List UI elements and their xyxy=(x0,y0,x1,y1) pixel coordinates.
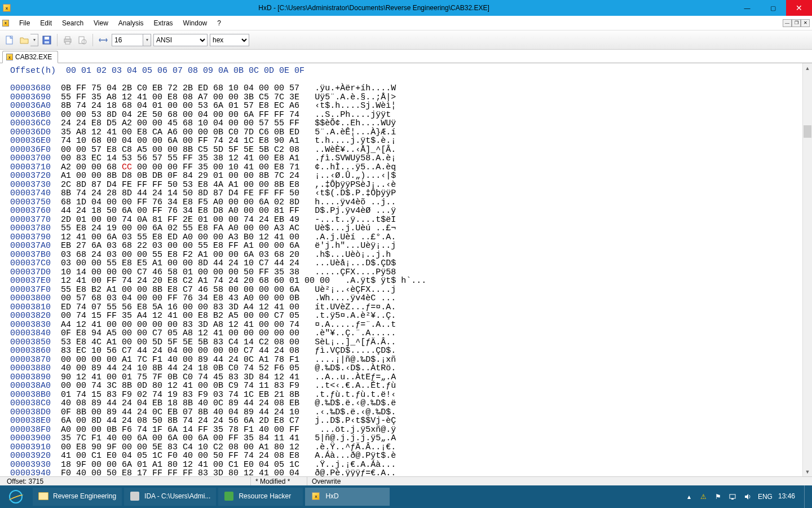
tray-warning-icon[interactable]: ⚠ xyxy=(699,492,708,501)
new-file-button[interactable] xyxy=(3,34,16,46)
taskbar-reverse[interactable]: Reverse Engineering xyxy=(33,488,122,506)
svg-rect-3 xyxy=(45,41,49,43)
toolbar: ▾ ▾ ANSI hex xyxy=(0,30,812,50)
ie-icon xyxy=(9,490,23,503)
tray-flag-icon[interactable]: ⚑ xyxy=(714,492,723,501)
menu-extras[interactable]: Extras xyxy=(149,17,178,29)
svg-rect-5 xyxy=(65,37,70,39)
window-title: HxD - [C:\Users\Administrator\Documents\… xyxy=(14,4,734,12)
mdi-restore-button[interactable]: ❐ xyxy=(792,19,801,27)
scroll-up-button[interactable]: ▲ xyxy=(803,63,812,73)
charset-select[interactable]: ANSI xyxy=(153,34,208,46)
menu-view[interactable]: View xyxy=(89,17,113,29)
menu-search[interactable]: Search xyxy=(58,17,88,29)
print-button[interactable] xyxy=(61,34,74,46)
menu-window[interactable]: Window xyxy=(179,17,212,29)
bytes-per-row-input[interactable] xyxy=(112,34,143,46)
file-icon: x xyxy=(6,54,13,60)
taskbar-resource[interactable]: Resource Hacker xyxy=(218,488,303,506)
document-tabs: x CAB32.EXE xyxy=(0,50,812,63)
vertical-scrollbar[interactable]: ▲ ▼ xyxy=(802,63,812,476)
numbase-select[interactable]: hex xyxy=(210,34,249,46)
window-minimize-button[interactable]: — xyxy=(734,0,760,16)
app-icon: x xyxy=(0,4,14,12)
tray-network-icon[interactable] xyxy=(729,492,738,501)
menu-help[interactable]: ? xyxy=(213,17,226,29)
save-button[interactable] xyxy=(41,34,53,46)
tray-language[interactable]: ENG xyxy=(758,493,773,501)
statusbar: Offset: 3715 * Modified * Overwrite xyxy=(0,476,812,485)
scroll-down-button[interactable]: ▼ xyxy=(803,467,812,476)
tray-volume-icon[interactable] xyxy=(743,492,752,501)
taskbar-ida[interactable]: IDA - C:\Users\Admi... xyxy=(124,488,216,506)
svg-rect-6 xyxy=(65,42,70,44)
start-button[interactable] xyxy=(0,485,32,508)
mdi-close-button[interactable]: ✕ xyxy=(801,19,810,27)
rh-icon xyxy=(224,491,234,501)
taskbar-hxd[interactable]: xHxD xyxy=(305,488,390,506)
menu-edit[interactable]: Edit xyxy=(36,17,56,29)
tab-label: CAB32.EXE xyxy=(15,53,52,61)
show-desktop-button[interactable] xyxy=(804,485,809,508)
bytes-per-row-icon xyxy=(97,34,109,46)
window-maximize-button[interactable]: ▢ xyxy=(760,0,786,16)
print-preview-button[interactable] xyxy=(76,34,89,46)
mdi-controls: — ❐ ✕ xyxy=(783,19,810,27)
window-close-button[interactable]: ✕ xyxy=(786,0,812,16)
system-tray: ▴ ⚠ ⚑ ENG 13:46 xyxy=(681,485,812,508)
menu-file[interactable]: File xyxy=(15,17,34,29)
svg-rect-2 xyxy=(45,37,49,40)
tray-chevron-icon[interactable]: ▴ xyxy=(685,492,694,501)
svg-rect-10 xyxy=(731,498,734,500)
app-icon-small: x xyxy=(2,20,14,27)
status-modified: * Modified * xyxy=(250,477,307,485)
status-offset: Offset: 3715 xyxy=(2,477,250,485)
status-mode: Overwrite xyxy=(307,477,345,485)
open-dropdown-button[interactable]: ▾ xyxy=(30,34,38,46)
menubar: x FileEditSearchViewAnalysisExtrasWindow… xyxy=(0,16,812,30)
folder-icon xyxy=(38,491,48,501)
window-titlebar: x HxD - [C:\Users\Administrator\Document… xyxy=(0,0,812,16)
scroll-thumb[interactable] xyxy=(804,125,811,138)
menu-analysis[interactable]: Analysis xyxy=(114,17,148,29)
mdi-minimize-button[interactable]: — xyxy=(783,19,792,27)
hex-editor[interactable]: Offset(h) 00 01 02 03 04 05 06 07 08 09 … xyxy=(0,63,812,476)
open-file-button[interactable] xyxy=(18,34,30,46)
ida-icon xyxy=(130,491,140,501)
tab-cab32[interactable]: x CAB32.EXE xyxy=(2,51,58,63)
bytes-per-row-dropdown[interactable]: ▾ xyxy=(143,34,151,46)
hxd-icon: x xyxy=(311,491,321,501)
windows-taskbar: Reverse EngineeringIDA - C:\Users\Admi..… xyxy=(0,485,812,508)
svg-rect-7 xyxy=(79,37,84,43)
tray-clock[interactable]: 13:46 xyxy=(778,493,795,500)
svg-rect-9 xyxy=(730,494,735,498)
